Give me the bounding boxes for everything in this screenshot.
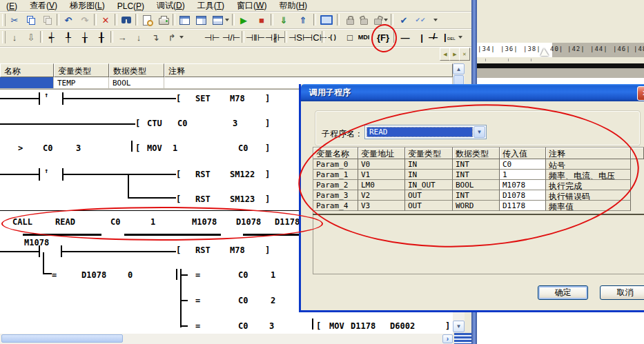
ladder-token[interactable]: 2 xyxy=(271,296,275,305)
ladder-token[interactable]: C0 xyxy=(238,296,248,305)
branch-icon-4[interactable]: ╂ xyxy=(94,30,109,44)
ladder-token[interactable]: 3 xyxy=(233,119,237,128)
param-cell-传入值[interactable]: 1 xyxy=(500,170,546,180)
function-icon[interactable]: {F} xyxy=(375,30,391,44)
ladder-token[interactable]: C0 xyxy=(110,217,120,227)
cut-icon[interactable]: ✂ xyxy=(7,13,22,27)
menu-item-4[interactable]: PLC(P) xyxy=(111,1,150,12)
ladder-token[interactable]: RST xyxy=(195,245,211,255)
ladder-token[interactable]: MOV xyxy=(147,143,162,153)
ok-button[interactable]: 确定 xyxy=(538,285,588,300)
find-icon[interactable] xyxy=(119,13,134,27)
var-table-cell-2[interactable]: TEMP xyxy=(54,77,109,89)
param-cell-传入值[interactable]: C0 xyxy=(500,159,546,170)
branch-icon-3[interactable]: ╁ xyxy=(77,30,92,44)
ladder-token[interactable]: SM123 xyxy=(230,194,255,204)
ladder-token[interactable]: RST xyxy=(195,194,211,204)
dialog-titlebar[interactable]: 调用子程序 xyxy=(301,84,644,101)
var-table-cell-1[interactable] xyxy=(0,77,54,89)
dropdown-caret[interactable] xyxy=(225,19,229,21)
ladder-token[interactable]: D6002 xyxy=(390,321,415,331)
dropdown-caret[interactable] xyxy=(179,36,184,39)
dropdown-caret[interactable] xyxy=(384,19,388,21)
run-icon[interactable]: ▶ xyxy=(236,13,251,27)
ladder-token[interactable]: ↑ xyxy=(44,91,48,99)
ladder-token[interactable]: D1078 xyxy=(81,270,106,280)
wire-down-icon[interactable]: ↓ xyxy=(131,30,146,44)
hline-icon[interactable]: — xyxy=(398,30,413,44)
tab-close-button[interactable]: ✕ xyxy=(459,48,470,61)
ladder-token[interactable]: 1 xyxy=(150,217,155,227)
mdi-icon[interactable]: MDI xyxy=(356,30,371,44)
column-delete-icon[interactable] xyxy=(442,30,457,44)
ladder-token[interactable]: C0 xyxy=(238,143,248,153)
wire-right-icon[interactable]: → xyxy=(115,30,130,44)
print-icon[interactable] xyxy=(156,13,171,27)
ladder-token[interactable]: MOV xyxy=(329,321,344,331)
var-table-cell-3[interactable]: BOOL xyxy=(109,77,164,89)
ladder-token[interactable]: D1078 xyxy=(236,217,261,227)
ladder-token[interactable]: [ xyxy=(176,245,181,255)
ladder-token[interactable]: C0 xyxy=(238,270,248,280)
ladder-token[interactable]: [ xyxy=(176,170,181,179)
contact-no-icon[interactable]: ⊣⊢ xyxy=(204,30,220,44)
stop-icon[interactable]: ■ xyxy=(254,13,269,27)
scroll-more-button[interactable]: › xyxy=(442,334,453,343)
ladder-token[interactable]: SM122 xyxy=(230,170,255,179)
ladder-token[interactable]: 3 xyxy=(76,143,81,153)
param-cell-传入值[interactable]: D1178 xyxy=(500,201,546,211)
insert-row-hollow-icon[interactable]: ⇩ xyxy=(23,30,39,44)
contact-falling-icon[interactable]: ⊣∦⊢ xyxy=(265,30,285,44)
ladder-token[interactable]: 1 xyxy=(271,270,275,280)
subroutine-combobox[interactable]: READ ▼ xyxy=(364,125,487,139)
ladder-token[interactable]: 0 xyxy=(128,270,133,280)
print-preview-icon[interactable] xyxy=(139,13,155,27)
insert-row-icon[interactable]: ↓ xyxy=(7,30,22,44)
ladder-token[interactable]: [ xyxy=(316,321,321,331)
wire-corner-up-icon[interactable]: ↱ xyxy=(164,30,179,44)
copy-icon[interactable] xyxy=(23,13,39,27)
delete-icon[interactable]: ✕ xyxy=(98,13,113,27)
ladder-token[interactable]: CALL xyxy=(12,217,32,227)
lock-closed-icon[interactable] xyxy=(342,13,358,27)
window-layout-2-icon[interactable] xyxy=(193,13,208,27)
dropdown-caret[interactable] xyxy=(458,36,462,39)
lock-open-icon[interactable] xyxy=(356,13,371,27)
instruction-box-icon[interactable]: □ xyxy=(342,30,358,44)
ladder-token[interactable]: ] xyxy=(265,119,270,128)
ladder-token[interactable]: ] xyxy=(265,245,270,255)
dropdown-caret[interactable] xyxy=(433,19,438,21)
ladder-token[interactable]: M78 xyxy=(230,94,245,103)
ruler-marker-icon[interactable] xyxy=(540,48,549,56)
undo-icon[interactable]: ↶ xyxy=(61,13,76,27)
scroll-down-button[interactable]: ▼ xyxy=(453,321,465,332)
ladder-token[interactable]: [ xyxy=(176,94,181,103)
syntax-check-icon[interactable]: ✔ xyxy=(396,13,411,27)
window-layout-3-icon[interactable] xyxy=(210,13,225,27)
ladder-token[interactable]: READ xyxy=(55,217,75,227)
ladder-token[interactable]: D1178 xyxy=(275,217,300,227)
branch-icon-1[interactable]: ┽ xyxy=(44,30,59,44)
ladder-token[interactable]: = xyxy=(195,270,200,280)
ladder-token[interactable]: CTU xyxy=(147,119,162,128)
param-cell-传入值[interactable]: M1078 xyxy=(500,180,546,190)
ladder-token[interactable]: = xyxy=(52,270,57,280)
ladder-token[interactable]: ] xyxy=(265,143,270,153)
lock-partial-icon[interactable] xyxy=(370,13,385,27)
window-layout-1-icon[interactable] xyxy=(177,13,192,27)
ladder-token[interactable]: [ xyxy=(135,143,140,153)
syntax-check-all-icon[interactable]: ✔✔ xyxy=(413,13,428,27)
ladder-token[interactable]: ] xyxy=(265,194,270,204)
paste-icon[interactable] xyxy=(40,13,55,27)
ladder-token[interactable]: ] xyxy=(445,321,450,331)
close-button[interactable]: ✕ xyxy=(637,86,644,101)
ladder-token[interactable]: 1 xyxy=(173,143,177,153)
ladder-token[interactable]: M78 xyxy=(230,245,245,255)
ladder-token[interactable]: = xyxy=(195,296,200,305)
ladder-token[interactable]: [ xyxy=(135,119,140,128)
param-cell-传入值[interactable]: D1078 xyxy=(500,190,546,201)
ladder-token[interactable]: [ xyxy=(176,194,181,204)
horizontal-scroll-thumb[interactable] xyxy=(1,334,123,343)
ladder-token[interactable]: D1178 xyxy=(351,321,375,331)
contact-rising-icon[interactable]: ⊣‖⊢ xyxy=(246,30,265,44)
